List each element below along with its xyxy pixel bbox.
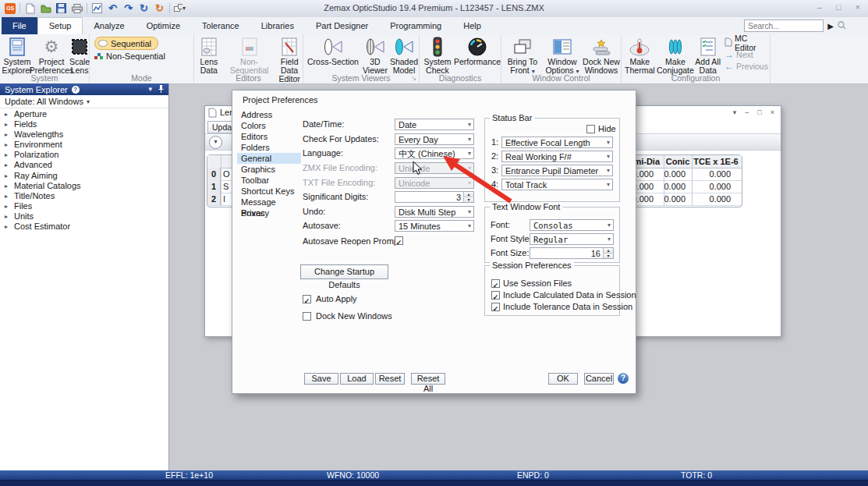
search-go-icon[interactable]: ▶ <box>827 22 834 30</box>
pin-icon[interactable] <box>158 85 164 94</box>
status-3-select[interactable]: Entrance Pupil Diameter▾ <box>501 165 613 176</box>
tree-item-title-notes[interactable]: ▸Title/Notes <box>0 191 168 201</box>
non-sequential-mode-button[interactable]: Non-Sequential <box>94 51 165 61</box>
add-all-data-button[interactable]: Add All Data <box>694 34 721 75</box>
status-1-select[interactable]: Effective Focal Length▾ <box>501 137 613 148</box>
tab-setup[interactable]: Setup <box>37 17 83 34</box>
scale-lens-button[interactable]: Scale Lens <box>70 34 89 75</box>
font-select[interactable]: Consolas▾ <box>530 219 614 231</box>
check-updates-select[interactable]: Every Day▾ <box>395 133 474 145</box>
tree-item-cost-estimator[interactable]: ▸Cost Estimator <box>0 222 168 232</box>
tab-analyze[interactable]: Analyze <box>83 17 135 34</box>
previous-config-button[interactable]: ← Previous <box>725 61 770 71</box>
tree-item-units[interactable]: ▸Units <box>0 211 168 222</box>
font-size-input[interactable]: 16 ▴▾ <box>530 247 614 259</box>
make-conjugate-button[interactable]: Make Conjugate <box>657 34 695 75</box>
nav-graphics[interactable]: Graphics <box>237 164 301 175</box>
spinner-buttons[interactable]: ▴▾ <box>603 248 613 258</box>
autosave-reopen-checkbox[interactable]: ✓ <box>395 236 403 245</box>
performance-button[interactable]: Performance <box>454 34 501 66</box>
tab-programming[interactable]: Programming <box>379 17 452 34</box>
system-explorer-button[interactable]: System Explorer <box>2 34 33 75</box>
editor-maximize-button[interactable]: □ <box>757 108 761 116</box>
panel-chevron-down-icon[interactable]: ▾ <box>148 85 152 94</box>
ribbon-group-diagnostics: System Check Performance Diagnostics <box>420 34 501 83</box>
ok-button[interactable]: OK <box>548 373 578 385</box>
tree-item-polarization[interactable]: ▸Polarization <box>0 150 168 160</box>
tree-item-material-catalogs[interactable]: ▸Material Catalogs <box>0 181 168 191</box>
tab-optimize[interactable]: Optimize <box>136 17 191 34</box>
reset-button[interactable]: Reset <box>375 373 405 385</box>
nav-address[interactable]: Address <box>237 109 301 120</box>
cross-section-button[interactable]: Cross-Section <box>305 34 361 66</box>
change-startup-defaults-button[interactable]: Change Startup Defaults <box>300 264 388 279</box>
save-button[interactable]: Save <box>304 373 338 385</box>
include-tolerance-checkbox[interactable]: ✓ <box>491 303 500 311</box>
nav-colors[interactable]: Colors <box>237 120 301 131</box>
tree-item-files[interactable]: ▸Files <box>0 201 168 211</box>
search-input[interactable] <box>744 20 824 32</box>
use-session-files-checkbox[interactable]: ✓ <box>491 279 500 288</box>
language-select[interactable]: 中文 (Chinese)▾ <box>395 147 474 159</box>
tab-file[interactable]: File <box>2 17 37 34</box>
nav-privacy[interactable]: Privacy <box>237 208 301 218</box>
tab-help[interactable]: Help <box>452 17 492 34</box>
tree-item-advanced[interactable]: ▸Advanced <box>0 160 168 170</box>
tree-item-aperture[interactable]: ▸Aperture <box>0 109 168 119</box>
nav-editors[interactable]: Editors <box>237 131 301 142</box>
editor-expand-button[interactable]: ▾ <box>209 136 222 149</box>
significant-digits-input[interactable]: 3 ▴▾ <box>395 191 474 203</box>
autosave-select[interactable]: 15 Minutes▾ <box>395 220 474 232</box>
shaded-model-button[interactable]: Shaded Model <box>389 34 419 75</box>
status-4-select[interactable]: Total Track▾ <box>501 179 613 190</box>
auto-apply-checkbox[interactable]: ✓ <box>303 295 311 303</box>
date-time-select[interactable]: Date▾ <box>395 119 474 130</box>
explorer-update-selector[interactable]: Update: All Windows ▾ <box>0 95 168 108</box>
tree-item-fields[interactable]: ▸Fields <box>0 119 168 129</box>
tab-tolerance[interactable]: Tolerance <box>191 17 250 34</box>
sequential-button[interactable]: Sequential <box>94 37 158 50</box>
nav-folders[interactable]: Folders <box>237 142 301 153</box>
nav-general[interactable]: General <box>237 153 301 164</box>
editor-chevron-down-icon[interactable]: ▾ <box>733 108 737 116</box>
spinner-buttons[interactable]: ▴▾ <box>463 192 473 202</box>
status-2-select[interactable]: Real Working F/#▾ <box>501 151 613 162</box>
include-calculated-checkbox[interactable]: ✓ <box>491 291 500 300</box>
window-options-button[interactable]: Window Options ▾ <box>542 34 583 76</box>
text-window-font-group: Text Window Font Font: Consolas▾ Font St… <box>484 207 620 263</box>
dock-new-windows-button[interactable]: Dock New Windows <box>583 34 620 75</box>
dialog-help-icon[interactable]: ? <box>618 373 629 384</box>
undo-select[interactable]: Disk Multi Step▾ <box>395 206 474 218</box>
make-thermal-button[interactable]: Make Thermal <box>623 34 657 75</box>
tree-item-environment[interactable]: ▸Environment <box>0 140 168 150</box>
close-button[interactable]: × <box>856 2 860 12</box>
project-preferences-button[interactable]: ⚙ Project Preferences <box>33 34 70 75</box>
maximize-button[interactable]: □ <box>836 2 841 12</box>
editor-minimize-button[interactable]: – <box>745 108 749 116</box>
dock-new-windows-icon <box>591 37 611 57</box>
status-2-num: 2: <box>491 151 498 161</box>
help-icon[interactable]: ? <box>72 86 80 94</box>
cancel-button[interactable]: Cancel <box>584 373 614 385</box>
load-button[interactable]: Load <box>340 373 374 385</box>
tab-libraries[interactable]: Libraries <box>250 17 305 34</box>
editor-close-button[interactable]: × <box>771 108 774 116</box>
bring-to-front-button[interactable]: Bring To Front ▾ <box>503 34 542 76</box>
minimize-button[interactable]: – <box>817 2 822 12</box>
tree-item-wavelengths[interactable]: ▸Wavelengths <box>0 129 168 140</box>
hide-checkbox[interactable] <box>586 125 595 133</box>
viewer-3d-button[interactable]: 3D Viewer <box>361 34 389 75</box>
nav-message-boxes[interactable]: Message Boxes <box>237 197 301 208</box>
nav-shortcut-keys[interactable]: Shortcut Keys <box>237 186 301 197</box>
lens-data-button[interactable]: Lens Data <box>196 34 222 75</box>
tab-part-designer[interactable]: Part Designer <box>305 17 379 34</box>
reset-all-button[interactable]: Reset All <box>411 373 445 385</box>
tree-item-ray-aiming[interactable]: ▸Ray Aiming <box>0 171 168 181</box>
dock-new-windows-checkbox[interactable] <box>303 312 311 321</box>
mc-editor-button[interactable]: MC Editor <box>725 37 770 48</box>
font-style-select[interactable]: Regular▾ <box>530 233 614 245</box>
next-config-button[interactable]: → Next <box>725 49 770 59</box>
non-sequential-editor-button[interactable]: Non-Sequential <box>222 34 277 75</box>
nav-toolbar[interactable]: Toolbar <box>237 175 301 186</box>
system-check-button[interactable]: System Check <box>421 34 454 75</box>
